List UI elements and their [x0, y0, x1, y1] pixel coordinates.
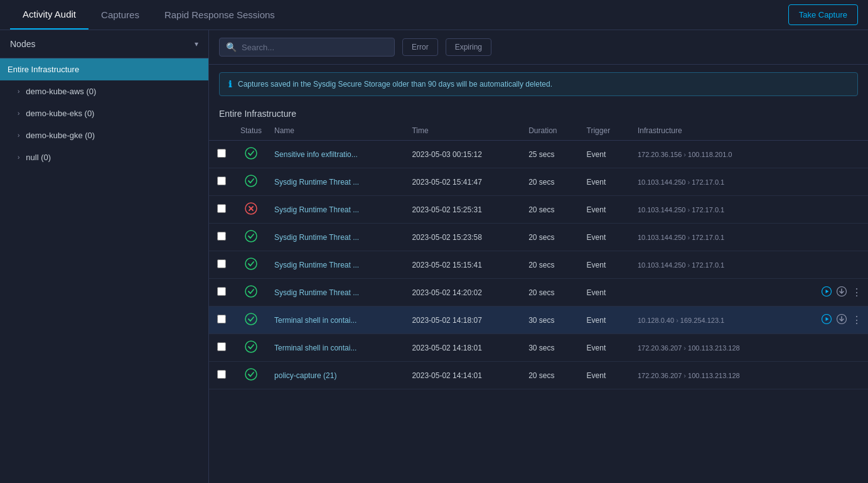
- status-error-icon: [245, 202, 257, 215]
- row-infra-cell: 10.103.144.250 › 172.17.0.1: [631, 196, 793, 224]
- section-title: Entire Infrastructure: [209, 104, 868, 121]
- play-icon[interactable]: [822, 286, 832, 299]
- sidebar-item-demo-kube-aws[interactable]: › demo-kube-aws (0): [0, 80, 208, 102]
- row-checkbox[interactable]: [217, 232, 226, 241]
- search-input[interactable]: [242, 43, 388, 52]
- row-infra-cell: 10.103.144.250 › 172.17.0.1: [631, 168, 793, 196]
- row-status-cell: [234, 279, 268, 307]
- table-row: Terminal shell in contai... 2023-05-02 1…: [209, 307, 868, 334]
- row-checkbox[interactable]: [217, 315, 226, 323]
- expiring-filter-button[interactable]: Expiring: [446, 38, 491, 56]
- status-ok-icon: [245, 368, 257, 381]
- table-row: Sysdig Runtime Threat ... 2023-05-02 15:…: [209, 224, 868, 251]
- nav-captures[interactable]: Captures: [88, 1, 152, 29]
- row-name-cell: Sysdig Runtime Threat ...: [268, 251, 405, 279]
- row-checkbox[interactable]: [217, 149, 226, 158]
- row-checkbox[interactable]: [217, 259, 226, 268]
- table-row: Sysdig Runtime Threat ... 2023-05-02 14:…: [209, 279, 868, 307]
- col-name: Name: [268, 121, 405, 141]
- row-name-cell: Terminal shell in contai...: [268, 307, 405, 334]
- row-action-cell: [793, 362, 868, 389]
- col-status: Status: [234, 121, 268, 141]
- arrow-icon: ›: [683, 151, 686, 158]
- row-checkbox[interactable]: [217, 370, 226, 379]
- chevron-down-icon: ▾: [195, 40, 198, 48]
- nodes-dropdown[interactable]: Nodes ▾: [0, 30, 208, 58]
- row-action-cell: [793, 196, 868, 224]
- take-capture-button[interactable]: Take Capture: [788, 4, 858, 25]
- row-trigger-cell: Event: [581, 334, 631, 362]
- more-options-icon[interactable]: ⋮: [852, 286, 862, 298]
- expand-icon: ›: [18, 154, 19, 161]
- arrow-icon: ›: [687, 178, 690, 186]
- row-status-cell: [234, 251, 268, 279]
- status-ok-icon: [245, 285, 257, 298]
- table-row: Sensitive info exfiltratio... 2023-05-03…: [209, 141, 868, 168]
- row-action-cell: [793, 251, 868, 279]
- row-checkbox[interactable]: [217, 176, 226, 185]
- row-action-cell: ⋮: [793, 279, 868, 307]
- download-icon[interactable]: [837, 286, 847, 299]
- row-checkbox[interactable]: [217, 204, 226, 213]
- sidebar-item-label: demo-kube-gke (0): [26, 131, 198, 140]
- row-checkbox-cell: [209, 279, 234, 307]
- row-action-cell: [793, 334, 868, 362]
- search-icon: 🔍: [226, 42, 237, 52]
- row-infra-cell: [631, 279, 793, 307]
- more-options-icon[interactable]: ⋮: [852, 314, 862, 326]
- row-name-cell: Terminal shell in contai...: [268, 334, 405, 362]
- row-status-cell: [234, 307, 268, 334]
- row-infra-cell: 172.20.36.207 › 100.113.213.128: [631, 362, 793, 389]
- info-banner: ℹ Captures saved in the Sysdig Secure St…: [219, 72, 858, 96]
- search-box: 🔍: [219, 38, 395, 57]
- error-filter-button[interactable]: Error: [402, 38, 438, 56]
- table-row: Terminal shell in contai... 2023-05-02 1…: [209, 334, 868, 362]
- nav-rapid-response[interactable]: Rapid Response Sessions: [152, 1, 287, 29]
- row-checkbox[interactable]: [217, 287, 226, 296]
- sidebar-item-label: demo-kube-eks (0): [26, 109, 198, 118]
- sidebar-item-label: null (0): [26, 153, 198, 162]
- row-infra-cell: 172.20.36.156 › 100.118.201.0: [631, 141, 793, 168]
- sidebar-item-entire-infra[interactable]: Entire Infrastructure: [0, 58, 208, 80]
- row-checkbox-cell: [209, 307, 234, 334]
- row-infra-cell: 10.103.144.250 › 172.17.0.1: [631, 251, 793, 279]
- sidebar-item-demo-kube-eks[interactable]: › demo-kube-eks (0): [0, 102, 208, 124]
- svg-point-0: [245, 148, 257, 159]
- row-name-cell: Sysdig Runtime Threat ...: [268, 279, 405, 307]
- col-actions: [793, 121, 868, 141]
- svg-marker-9: [826, 290, 829, 293]
- row-checkbox-cell: [209, 168, 234, 196]
- table-row: policy-capture (21) 2023-05-02 14:14:01 …: [209, 362, 868, 389]
- row-infra-cell: 10.103.144.250 › 172.17.0.1: [631, 224, 793, 251]
- row-checkbox-cell: [209, 251, 234, 279]
- arrow-icon: ›: [676, 317, 678, 324]
- row-duration-cell: 30 secs: [522, 334, 580, 362]
- sidebar-item-null[interactable]: › null (0): [0, 146, 208, 168]
- sidebar-item-demo-kube-gke[interactable]: › demo-kube-gke (0): [0, 124, 208, 146]
- row-status-cell: [234, 362, 268, 389]
- status-ok-icon: [245, 175, 257, 187]
- col-checkbox: [209, 121, 234, 141]
- nav-activity-audit[interactable]: Activity Audit: [10, 0, 88, 30]
- row-name-cell: Sensitive info exfiltratio...: [268, 141, 405, 168]
- download-icon[interactable]: [837, 314, 847, 327]
- row-time-cell: 2023-05-02 15:25:31: [405, 196, 522, 224]
- row-checkbox-cell: [209, 224, 234, 251]
- row-checkbox-cell: [209, 334, 234, 362]
- toolbar: 🔍 Error Expiring: [209, 30, 868, 65]
- play-icon[interactable]: [822, 314, 832, 327]
- row-trigger-cell: Event: [581, 168, 631, 196]
- col-trigger: Trigger: [581, 121, 631, 141]
- row-name-cell: policy-capture (21): [268, 362, 405, 389]
- row-duration-cell: 20 secs: [522, 279, 580, 307]
- row-time-cell: 2023-05-02 14:18:07: [405, 307, 522, 334]
- svg-point-6: [245, 258, 257, 269]
- info-icon: ℹ: [228, 79, 232, 89]
- row-time-cell: 2023-05-02 14:20:02: [405, 279, 522, 307]
- row-name-cell: Sysdig Runtime Threat ...: [268, 224, 405, 251]
- row-duration-cell: 20 secs: [522, 196, 580, 224]
- main-content: 🔍 Error Expiring ℹ Captures saved in the…: [209, 30, 868, 483]
- captures-table-wrapper: Status Name Time Duration Trigger Infras…: [209, 121, 868, 483]
- row-checkbox[interactable]: [217, 342, 226, 351]
- row-status-cell: [234, 196, 268, 224]
